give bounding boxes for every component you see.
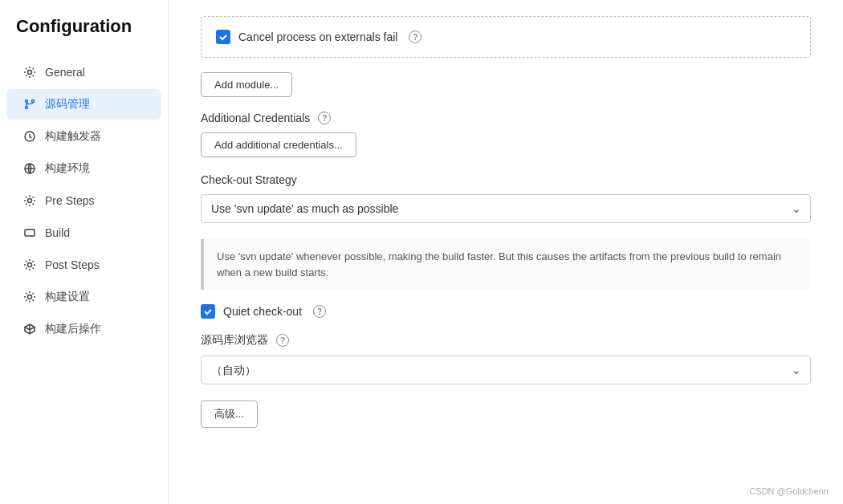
sidebar-item-env[interactable]: 构建环境 xyxy=(6,153,161,184)
quiet-checkout-row: Quiet check-out ? xyxy=(201,304,811,319)
svg-point-8 xyxy=(28,263,32,267)
source-browser-label: 源码库浏览器 xyxy=(201,333,268,348)
build-icon xyxy=(22,226,37,240)
add-module-button[interactable]: Add module... xyxy=(201,72,292,97)
svg-point-0 xyxy=(28,71,32,75)
additional-credentials-section: Additional Credentials ? Add additional … xyxy=(201,112,811,157)
checkout-strategy-wrapper: Use 'svn update' as much as possible Alw… xyxy=(201,194,811,223)
watermark: CSDN @Goldchenn xyxy=(749,486,829,496)
sidebar-item-trigger[interactable]: 构建触发器 xyxy=(6,121,161,152)
sidebar-item-label: 构建环境 xyxy=(45,161,90,176)
sidebar-item-source[interactable]: 源码管理 xyxy=(6,89,161,120)
sidebar-item-post-build[interactable]: 构建后操作 xyxy=(6,314,161,344)
checkout-strategy-section: Check-out Strategy Use 'svn update' as m… xyxy=(201,173,811,223)
sidebar-item-label: 构建后操作 xyxy=(45,322,101,336)
sidebar-item-pre-steps[interactable]: Pre Steps xyxy=(6,185,161,216)
cancel-externals-checkbox[interactable] xyxy=(216,30,230,44)
gear-icon xyxy=(22,65,37,79)
advanced-button[interactable]: 高级... xyxy=(201,400,258,428)
sidebar: Configuration General 源码管理 xyxy=(0,0,169,504)
checkout-strategy-select[interactable]: Use 'svn update' as much as possible Alw… xyxy=(201,194,811,223)
add-module-section: Add module... xyxy=(201,72,811,97)
checkout-strategy-label: Check-out Strategy xyxy=(201,173,297,186)
additional-credentials-help-icon[interactable]: ? xyxy=(318,112,331,124)
externals-fail-section: Cancel process on externals fail ? xyxy=(201,16,811,58)
sidebar-item-label: Pre Steps xyxy=(45,194,94,207)
sidebar-item-post-steps[interactable]: Post Steps xyxy=(6,250,161,280)
svg-point-9 xyxy=(28,295,32,299)
source-browser-section: 源码库浏览器 ? （自动） ⌄ xyxy=(201,333,811,384)
svg-point-1 xyxy=(26,100,28,103)
cog-icon xyxy=(22,193,37,208)
sidebar-item-build[interactable]: Build xyxy=(6,217,161,248)
box-icon xyxy=(22,322,37,336)
sidebar-item-label: 源码管理 xyxy=(45,97,90,112)
svg-point-6 xyxy=(28,199,32,203)
quiet-checkout-label: Quiet check-out xyxy=(223,305,302,318)
advanced-section: 高级... xyxy=(201,400,811,428)
cancel-externals-label: Cancel process on externals fail xyxy=(238,30,397,43)
settings-icon xyxy=(22,290,37,304)
main-content: Cancel process on externals fail ? Add m… xyxy=(169,0,843,504)
post-steps-icon xyxy=(22,258,37,272)
checkout-strategy-info: Use 'svn update' whenever possible, maki… xyxy=(201,239,811,290)
source-browser-select[interactable]: （自动） xyxy=(201,356,811,384)
sidebar-item-general[interactable]: General xyxy=(6,57,161,87)
sidebar-item-label: 构建触发器 xyxy=(45,129,101,144)
source-browser-help-icon[interactable]: ? xyxy=(276,334,289,347)
quiet-checkout-checkbox[interactable] xyxy=(201,304,215,319)
sidebar-item-label: General xyxy=(45,66,85,79)
sidebar-item-label: Post Steps xyxy=(45,258,100,271)
additional-credentials-label: Additional Credentials xyxy=(201,112,310,124)
cancel-externals-help-icon[interactable]: ? xyxy=(409,30,422,43)
svg-point-2 xyxy=(32,100,35,103)
quiet-checkout-help-icon[interactable]: ? xyxy=(313,305,326,318)
branch-icon xyxy=(22,97,37,112)
svg-point-3 xyxy=(26,107,28,109)
add-credentials-button[interactable]: Add additional credentials... xyxy=(201,132,356,157)
source-browser-wrapper: （自动） ⌄ xyxy=(201,356,811,384)
clock-icon xyxy=(22,129,37,144)
sidebar-item-label: Build xyxy=(45,226,70,239)
globe-icon xyxy=(22,161,37,176)
svg-rect-7 xyxy=(25,230,35,236)
sidebar-item-build-settings[interactable]: 构建设置 xyxy=(6,282,161,312)
page-title: Configuration xyxy=(0,16,168,56)
sidebar-item-label: 构建设置 xyxy=(45,290,90,304)
